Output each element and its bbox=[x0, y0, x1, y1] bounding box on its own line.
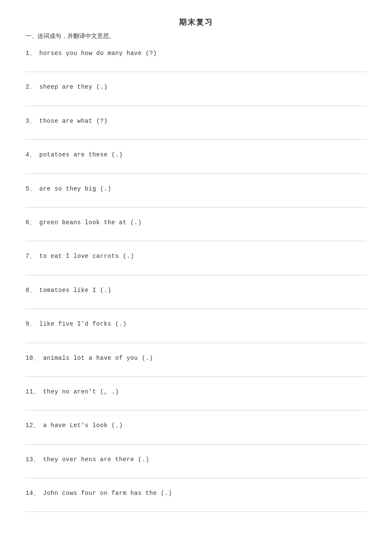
question-text: 4、 potatoes are these (.) bbox=[26, 150, 366, 159]
answer-line bbox=[26, 400, 366, 408]
answer-line bbox=[26, 298, 366, 307]
question-text: 2、 sheep are they (.) bbox=[26, 82, 366, 92]
answer-line bbox=[26, 332, 366, 341]
question-text: 14、 John cows four on farm has the (.) bbox=[26, 489, 366, 498]
question-item: 11、 they no aren't (, .) bbox=[26, 383, 366, 410]
answer-line bbox=[26, 434, 366, 442]
question-text: 8、 tomatoes like I (.) bbox=[26, 286, 366, 295]
question-item: 5、 are so they big (.) bbox=[26, 180, 366, 208]
answer-line bbox=[26, 129, 366, 138]
answer-line bbox=[26, 468, 366, 476]
question-item: 2、 sheep are they (.) bbox=[26, 78, 366, 106]
question-text: 11、 they no aren't (, .) bbox=[26, 387, 366, 396]
question-item: 1、 horses you how do many have (?) bbox=[26, 44, 366, 72]
question-item: 12、 a have Let's look (.) bbox=[26, 416, 366, 444]
question-item: 4、 potatoes are these (.) bbox=[26, 146, 366, 173]
answer-line bbox=[26, 61, 366, 70]
question-item: 9、 like five I'd forks (.) bbox=[26, 315, 366, 343]
question-item: 14、 John cows four on farm has the (.) bbox=[26, 484, 366, 512]
question-text: 10、 animals lot a have of you (.) bbox=[26, 353, 366, 363]
question-text: 9、 like five I'd forks (.) bbox=[26, 319, 366, 329]
question-text: 7、 to eat I love carrots (.) bbox=[26, 251, 366, 261]
question-item: 7、 to eat I love carrots (.) bbox=[26, 247, 366, 275]
question-text: 1、 horses you how do many have (?) bbox=[26, 49, 366, 58]
question-item: 13、 they over hens are there (.) bbox=[26, 451, 366, 478]
question-text: 12、 a have Let's look (.) bbox=[26, 421, 366, 430]
question-text: 13、 they over hens are there (.) bbox=[26, 455, 366, 464]
question-item: 10、 animals lot a have of you (.) bbox=[26, 349, 366, 377]
answer-line bbox=[26, 163, 366, 172]
question-item: 3、 those are what (?) bbox=[26, 112, 366, 140]
answer-line bbox=[26, 95, 366, 104]
question-item: 6、 green beans look the at (.) bbox=[26, 214, 366, 241]
answer-line bbox=[26, 197, 366, 205]
question-text: 6、 green beans look the at (.) bbox=[26, 218, 366, 227]
answer-line bbox=[26, 501, 366, 510]
question-item: 8、 tomatoes like I (.) bbox=[26, 281, 366, 309]
answer-line bbox=[26, 265, 366, 273]
question-text: 5、 are so they big (.) bbox=[26, 184, 366, 194]
section-header: 一、连词成句，并翻译中文意思。 bbox=[26, 32, 366, 40]
question-text: 3、 those are what (?) bbox=[26, 116, 366, 126]
answer-line bbox=[26, 366, 366, 375]
page-title: 期末复习 bbox=[26, 17, 366, 27]
answer-line bbox=[26, 231, 366, 239]
